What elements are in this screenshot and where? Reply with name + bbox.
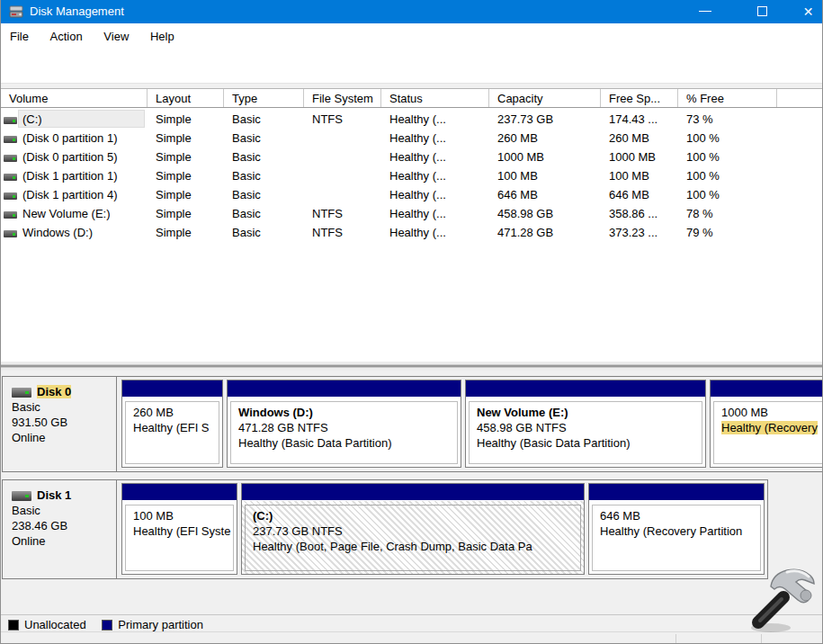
table-row[interactable]: (Disk 1 partition 1) Simple Basic Health… [1,166,823,185]
disk-icon [12,388,31,398]
primary-partition-swatch [102,620,112,631]
col-file-system[interactable]: File System [304,89,381,107]
primary-partition-band [228,380,461,398]
col-pct-free[interactable]: % Free [678,89,777,107]
primary-partition-band [122,380,222,398]
minimize-button[interactable] [686,0,727,23]
window-title: Disk Management [30,4,124,18]
disk0-partition-efi[interactable]: 260 MB Healthy (EFI S [121,380,223,468]
disk0-partition-windows-d[interactable]: Windows (D:) 471.28 GB NTFS Healthy (Bas… [227,380,461,468]
disk1-label[interactable]: Disk 1 Basic 238.46 GB Online [3,480,117,578]
disk-drive-icon [9,5,23,18]
col-status[interactable]: Status [381,89,489,107]
disk-management-window: Disk Management ✕ File Action View Help … [0,0,823,644]
primary-partition-band [466,380,705,398]
table-row[interactable]: New Volume (E:) Simple Basic NTFS Health… [1,204,823,223]
col-free-space[interactable]: Free Sp... [601,89,678,107]
disk0-partition-new-volume-e[interactable]: New Volume (E:) 458.98 GB NTFS Healthy (… [465,380,706,468]
table-row[interactable]: Windows (D:) Simple Basic NTFS Healthy (… [1,223,823,242]
disk1-row: Disk 1 Basic 238.46 GB Online 100 MB Hea… [2,479,768,579]
title-bar: Disk Management ✕ [1,0,823,23]
table-row[interactable]: (C:) Simple Basic NTFS Healthy (... 237.… [1,110,823,129]
col-layout[interactable]: Layout [148,89,224,107]
primary-partition-band [589,484,764,501]
pane-splitter[interactable] [1,362,823,371]
toolbar: ? [1,51,823,83]
col-volume[interactable]: Volume [1,89,148,107]
hammer-icon [740,559,823,639]
primary-partition-band [242,484,584,501]
legend-bar: Unallocated Primary partition [1,614,823,631]
status-bar [1,631,823,644]
disk0-partition-recovery[interactable]: 1000 MB Healthy (Recovery [710,380,823,468]
disk0-label[interactable]: Disk 0 Basic 931.50 GB Online [3,377,117,471]
maximize-button[interactable] [744,0,784,23]
volume-list: (C:) Simple Basic NTFS Healthy (... 237.… [1,108,823,362]
menu-file[interactable]: File [1,23,38,43]
menu-action[interactable]: Action [41,23,92,43]
disk1-partition-recovery[interactable]: 646 MB Healthy (Recovery Partition [588,483,765,575]
graphical-view: Disk 0 Basic 931.50 GB Online 260 MB Hea… [1,371,823,644]
disk0-row: Disk 0 Basic 931.50 GB Online 260 MB Hea… [2,376,823,472]
col-empty [777,89,823,107]
table-row[interactable]: (Disk 0 partition 5) Simple Basic Health… [1,148,823,166]
disk-icon [12,491,31,501]
disk1-partition-c-selected[interactable]: (C:) 237.73 GB NTFS Healthy (Boot, Page … [241,483,585,575]
menu-bar: File Action View Help [1,23,823,51]
disk1-partition-efi[interactable]: 100 MB Healthy (EFI Syste [121,483,237,575]
table-row[interactable]: (Disk 1 partition 4) Simple Basic Health… [1,185,823,204]
unallocated-swatch [8,620,19,631]
volume-table-header: Volume Layout Type File System Status Ca… [1,88,823,108]
primary-partition-band [711,380,823,398]
primary-partition-band [122,484,237,501]
menu-help[interactable]: Help [141,23,183,43]
col-type[interactable]: Type [224,89,304,107]
close-button[interactable]: ✕ [792,0,823,23]
col-capacity[interactable]: Capacity [489,89,601,107]
table-row[interactable]: (Disk 0 partition 1) Simple Basic Health… [1,129,823,148]
menu-view[interactable]: View [94,23,138,43]
